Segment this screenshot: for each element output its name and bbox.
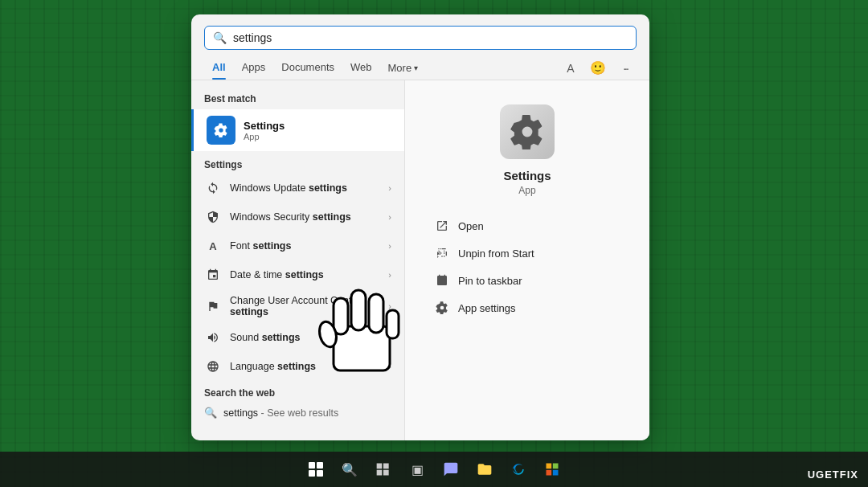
gear-svg-small bbox=[214, 123, 228, 137]
action-unpin-start[interactable]: Unpin from Start bbox=[429, 239, 625, 267]
right-panel: Settings App Open Unpin from Start bbox=[404, 80, 649, 440]
best-match-item[interactable]: Settings App bbox=[191, 109, 404, 151]
best-match-subtitle: App bbox=[244, 132, 285, 141]
settings-item-language[interactable]: Language settings › bbox=[191, 352, 404, 381]
datetime-icon bbox=[204, 266, 222, 284]
gear-svg-large bbox=[510, 114, 545, 149]
uac-icon bbox=[204, 297, 222, 315]
language-icon bbox=[204, 358, 222, 375]
settings-section-label: Settings bbox=[191, 153, 404, 174]
taskbar-search-button[interactable]: 🔍 bbox=[336, 456, 363, 483]
more-icon-button[interactable]: ··· bbox=[614, 57, 637, 80]
search-web-label: Search the web bbox=[204, 387, 391, 399]
sound-icon bbox=[204, 329, 222, 346]
settings-item-text-uac: Change User Account Control settings bbox=[230, 295, 380, 317]
settings-item-uac[interactable]: Change User Account Control settings › bbox=[191, 289, 404, 323]
svg-rect-6 bbox=[547, 464, 552, 469]
action-open[interactable]: Open bbox=[429, 212, 625, 239]
settings-item-datetime[interactable]: Date & time settings › bbox=[191, 260, 404, 289]
unpin-start-label: Unpin from Start bbox=[458, 248, 534, 260]
left-panel: Best match Settings App Settings bbox=[191, 80, 404, 440]
settings-app-icon bbox=[207, 116, 235, 145]
taskbar-store-button[interactable] bbox=[538, 456, 566, 483]
unpin-start-icon bbox=[434, 245, 450, 261]
chevron-icon: › bbox=[388, 183, 391, 193]
windows-update-icon bbox=[204, 179, 222, 197]
app-settings-icon bbox=[434, 300, 450, 316]
tab-apps[interactable]: Apps bbox=[234, 56, 274, 80]
best-match-text: Settings App bbox=[244, 120, 285, 141]
settings-item-text-language: Language settings bbox=[230, 361, 380, 372]
pin-taskbar-icon bbox=[434, 272, 450, 289]
settings-item-text-sound: Sound settings bbox=[230, 332, 391, 343]
taskbar-file-explorer-button[interactable] bbox=[471, 456, 498, 483]
svg-rect-7 bbox=[553, 464, 559, 469]
taskbar-widgets-button[interactable]: ▣ bbox=[403, 456, 431, 483]
see-web-results: - See web results bbox=[261, 407, 339, 419]
svg-rect-8 bbox=[547, 470, 552, 476]
settings-large-icon bbox=[500, 104, 555, 159]
app-settings-label: App settings bbox=[458, 302, 516, 314]
taskbar-edge-button[interactable] bbox=[505, 456, 532, 483]
tab-web[interactable]: Web bbox=[342, 56, 380, 80]
watermark: UGETFIX bbox=[808, 469, 858, 481]
settings-item-windows-update[interactable]: Windows Update settings › bbox=[191, 174, 404, 203]
search-input[interactable]: settings bbox=[233, 31, 628, 44]
taskbar: 🔍 ▣ bbox=[0, 452, 868, 487]
settings-item-text-windows-update: Windows Update settings bbox=[230, 182, 380, 194]
chevron-down-icon: ▾ bbox=[414, 63, 418, 72]
tabs-right-icons: A 🙂 ··· bbox=[559, 57, 637, 80]
start-menu: 🔍 settings All Apps Documents Web More ▾… bbox=[191, 14, 649, 440]
chevron-icon-2: › bbox=[388, 212, 391, 222]
search-web-icon: 🔍 bbox=[204, 407, 217, 419]
az-icon-button[interactable]: A bbox=[559, 57, 582, 80]
action-app-settings[interactable]: App settings bbox=[429, 294, 625, 321]
web-search-item[interactable]: 🔍 settings - See web results bbox=[204, 402, 391, 424]
taskbar-chat-button[interactable] bbox=[437, 456, 465, 483]
open-icon bbox=[434, 218, 450, 234]
chevron-icon-7: › bbox=[388, 362, 391, 371]
app-large-type: App bbox=[518, 185, 535, 196]
settings-item-text-security: Windows Security settings bbox=[230, 211, 380, 223]
taskbar-task-view-button[interactable] bbox=[370, 456, 397, 483]
settings-item-font[interactable]: A Font settings › bbox=[191, 231, 404, 260]
chevron-icon-5: › bbox=[388, 301, 391, 311]
taskbar-windows-button[interactable] bbox=[302, 456, 330, 483]
tab-documents[interactable]: Documents bbox=[273, 56, 342, 80]
action-list: Open Unpin from Start Pin to taskbar bbox=[421, 212, 633, 321]
settings-item-security[interactable]: Windows Security settings › bbox=[191, 203, 404, 231]
search-icon: 🔍 bbox=[213, 31, 227, 44]
best-match-label: Best match bbox=[191, 88, 404, 108]
font-icon: A bbox=[204, 237, 222, 255]
app-large-name: Settings bbox=[503, 169, 551, 182]
windows-logo bbox=[309, 462, 323, 477]
tab-more[interactable]: More ▾ bbox=[380, 57, 427, 79]
search-bar: 🔍 settings bbox=[204, 26, 637, 50]
best-match-title: Settings bbox=[244, 120, 285, 132]
settings-item-text-font: Font settings bbox=[230, 240, 380, 252]
pin-taskbar-label: Pin to taskbar bbox=[458, 275, 522, 287]
settings-item-text-datetime: Date & time settings bbox=[230, 269, 380, 280]
search-web-section: Search the web 🔍 settings - See web resu… bbox=[191, 381, 404, 427]
web-search-text: settings - See web results bbox=[223, 407, 338, 419]
chevron-icon-3: › bbox=[388, 241, 391, 251]
security-icon bbox=[204, 208, 222, 226]
action-pin-taskbar[interactable]: Pin to taskbar bbox=[429, 267, 625, 294]
chevron-icon-4: › bbox=[388, 270, 391, 280]
settings-item-sound[interactable]: Sound settings bbox=[191, 323, 404, 352]
tab-all[interactable]: All bbox=[204, 56, 234, 80]
person-icon-button[interactable]: 🙂 bbox=[587, 57, 609, 80]
svg-rect-9 bbox=[553, 470, 559, 476]
tabs-bar: All Apps Documents Web More ▾ A 🙂 ··· bbox=[191, 56, 649, 80]
open-label: Open bbox=[458, 220, 484, 232]
main-content: Best match Settings App Settings bbox=[191, 80, 649, 440]
